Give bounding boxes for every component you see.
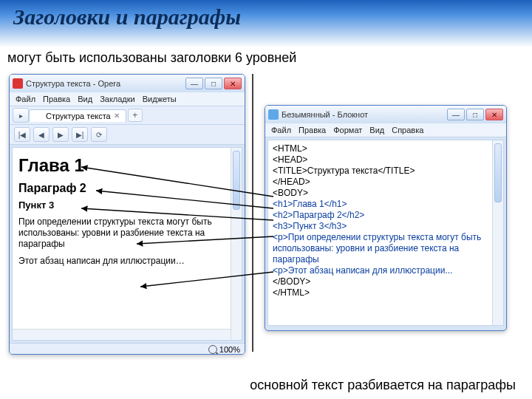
maximize-button[interactable]: □ xyxy=(205,78,222,89)
notepad-icon xyxy=(268,109,279,120)
browser-menubar: Файл Правка Вид Закладки Виджеты xyxy=(10,92,245,106)
close-button[interactable]: ✕ xyxy=(485,109,503,120)
magnifier-icon xyxy=(208,345,217,354)
code-line-h2: <h2>Параграф 2</h2> xyxy=(273,210,499,221)
browser-scrollbar-v[interactable] xyxy=(231,148,242,340)
tab-label: Структура текста xyxy=(46,112,111,120)
code-line: <HEAD> xyxy=(273,154,499,166)
code-line: <HTML> xyxy=(273,143,499,154)
notepad-window: Безымянный - Блокнот — □ ✕ Файл Правка Ф… xyxy=(265,105,507,331)
close-button[interactable]: ✕ xyxy=(224,78,242,89)
page-header: Заголовки и параграфы xyxy=(0,0,532,47)
menu-edit[interactable]: Правка xyxy=(299,126,326,134)
zoom-control[interactable]: 100% xyxy=(208,345,240,354)
code-line: <BODY> xyxy=(273,188,499,199)
browser-window-title: Структура текста - Opera xyxy=(26,79,185,88)
browser-window: Структура текста - Opera — □ ✕ Файл Прав… xyxy=(9,74,245,355)
page-h2: Параграф 2 xyxy=(18,182,236,195)
code-line: </BODY> xyxy=(273,276,499,287)
menu-help[interactable]: Справка xyxy=(392,126,423,134)
bottom-caption: основной текст разбивается на параграфы xyxy=(250,378,516,393)
zoom-value: 100% xyxy=(219,345,240,354)
menu-bookmarks[interactable]: Закладки xyxy=(100,95,135,103)
menu-edit[interactable]: Правка xyxy=(43,95,70,103)
code-line-p1: <p>При определении структуры текста могу… xyxy=(273,232,499,265)
notepad-textarea[interactable]: <HTML> <HEAD> <TITLE>Структура текста</T… xyxy=(268,140,503,325)
page-h3: Пункт 3 xyxy=(18,200,236,211)
nav-last-button[interactable]: ▶| xyxy=(72,127,88,142)
scroll-thumb[interactable] xyxy=(233,151,240,210)
menu-format[interactable]: Формат xyxy=(333,126,362,134)
rendered-page: Глава 1 Параграф 2 Пункт 3 При определен… xyxy=(13,148,242,340)
menu-file[interactable]: Файл xyxy=(271,126,291,134)
nav-forward-button[interactable]: ▶ xyxy=(52,127,69,142)
menu-widgets[interactable]: Виджеты xyxy=(143,95,177,103)
notepad-window-title: Безымянный - Блокнот xyxy=(282,110,447,119)
page-p2: Этот абзац написан для иллюстрации… xyxy=(18,256,236,267)
notepad-scrollbar-v[interactable] xyxy=(492,140,503,325)
browser-tab[interactable]: Структура текста ✕ xyxy=(29,109,126,122)
nav-back-button[interactable]: ◀ xyxy=(33,127,50,142)
opera-icon xyxy=(13,78,23,89)
page-title: Заголовки и параграфы xyxy=(13,4,519,30)
page-p1: При определении структуры текста могут б… xyxy=(18,216,236,250)
subtitle-text: могут быть использованы заголовки 6 уров… xyxy=(0,47,532,69)
page-h1: Глава 1 xyxy=(18,155,236,176)
minimize-button[interactable]: — xyxy=(447,109,465,120)
menu-view[interactable]: Вид xyxy=(369,126,384,134)
scroll-thumb[interactable] xyxy=(494,143,502,202)
code-line-h1: <h1>Глава 1</h1> xyxy=(273,199,499,210)
code-line: <TITLE>Структура текста</TITLE> xyxy=(273,166,499,177)
code-line: </HTML> xyxy=(273,287,499,299)
notepad-content: <HTML> <HEAD> <TITLE>Структура текста</T… xyxy=(267,140,504,326)
tab-close-icon[interactable]: ✕ xyxy=(114,112,120,120)
browser-nav-toolbar: |◀ ◀ ▶ ▶| ⟳ xyxy=(10,125,245,145)
nav-first-button[interactable]: |◀ xyxy=(14,127,30,142)
browser-statusbar: 100% xyxy=(10,343,245,355)
notepad-titlebar[interactable]: Безымянный - Блокнот — □ ✕ xyxy=(265,106,506,123)
new-tab-button[interactable]: + xyxy=(128,109,143,122)
menu-view[interactable]: Вид xyxy=(78,95,92,103)
menu-file[interactable]: Файл xyxy=(16,95,35,103)
browser-scrollbar-h[interactable] xyxy=(13,329,231,340)
code-line-h3: <h3>Пункт 3</h3> xyxy=(273,221,499,232)
nav-reload-button[interactable]: ⟳ xyxy=(91,127,107,142)
minimize-button[interactable]: — xyxy=(185,78,203,89)
page-icon xyxy=(35,112,43,120)
maximize-button[interactable]: □ xyxy=(466,109,484,120)
browser-tabstrip: ▸ Структура текста ✕ + xyxy=(10,106,245,125)
browser-titlebar[interactable]: Структура текста - Opera — □ ✕ xyxy=(10,75,245,92)
notepad-menubar: Файл Правка Формат Вид Справка xyxy=(265,123,506,137)
code-line-p2: <p>Этот абзац написан для иллюстрации... xyxy=(273,265,499,276)
code-line: </HEAD> xyxy=(273,177,499,188)
panel-toggle-button[interactable]: ▸ xyxy=(13,108,29,123)
browser-viewport: Глава 1 Параграф 2 Пункт 3 При определен… xyxy=(12,147,242,341)
